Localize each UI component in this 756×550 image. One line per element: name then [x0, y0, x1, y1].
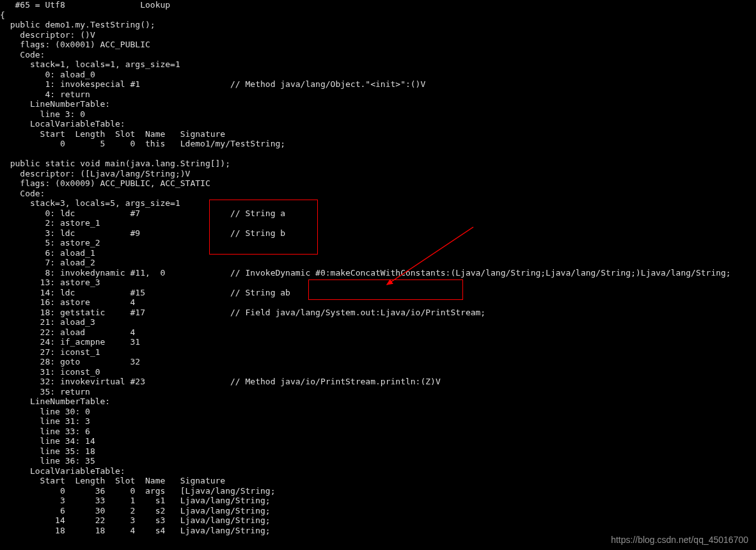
blank-1 [0, 149, 5, 159]
main-b21: 21: aload_3 [0, 317, 95, 327]
main-b27: 27: iconst_1 [0, 347, 100, 357]
const-65: #65 = Utf8 Lookup [0, 0, 170, 10]
ctor-sig: public demo1.my.TestString(); [0, 20, 155, 29]
main-b6: 6: aload_1 [0, 248, 95, 258]
main-ln35: line 35: 18 [0, 446, 95, 456]
main-lv2: 6 30 2 s2 Ljava/lang/String; [0, 506, 271, 515]
main-desc: descriptor: ([Ljava/lang/String;)V [0, 169, 190, 178]
ctor-desc: descriptor: ()V [0, 30, 95, 40]
main-b7: 7: aload_2 [0, 258, 95, 267]
open-brace: { [0, 10, 5, 20]
main-b16: 16: astore 4 [0, 297, 135, 307]
main-lv0: 0 36 0 args [Ljava/lang/String; [0, 486, 275, 496]
main-lnt: LineNumberTable: [0, 397, 110, 406]
main-code: Code: [0, 189, 45, 198]
main-lvh: Start Length Slot Name Signature [0, 476, 225, 485]
main-b14: 14: ldc #15 // String ab [0, 288, 290, 297]
ctor-flags: flags: (0x0001) ACC_PUBLIC [0, 40, 150, 49]
main-b0: 0: ldc #7 // String a [0, 208, 285, 218]
main-b8: 8: invokedynamic #11, 0 // InvokeDynamic… [0, 268, 731, 278]
main-lvt: LocalVariableTable: [0, 466, 125, 476]
main-ln36: line 36: 35 [0, 456, 95, 466]
main-b18: 18: getstatic #17 // Field java/lang/Sys… [0, 308, 485, 317]
main-b28: 28: goto 32 [0, 357, 140, 366]
main-lv4: 18 18 4 s4 Ljava/lang/String; [0, 526, 271, 535]
main-b24: 24: if_acmpne 31 [0, 337, 140, 347]
main-b3: 3: ldc #9 // String b [0, 228, 285, 238]
main-ln33: line 33: 6 [0, 427, 90, 436]
bytecode-listing: #65 = Utf8 Lookup { public demo1.my.Test… [0, 0, 731, 535]
ctor-code: Code: [0, 50, 45, 59]
main-ln34: line 34: 14 [0, 436, 95, 446]
ctor-lvt: LocalVariableTable: [0, 119, 125, 129]
main-flags: flags: (0x0009) ACC_PUBLIC, ACC_STATIC [0, 178, 210, 188]
main-b35: 35: return [0, 387, 90, 397]
main-b32: 32: invokevirtual #23 // Method java/io/… [0, 377, 441, 386]
ctor-ln0: line 3: 0 [0, 109, 85, 119]
main-lv1: 3 33 1 s1 Ljava/lang/String; [0, 496, 271, 505]
ctor-lnt: LineNumberTable: [0, 99, 110, 109]
main-b13: 13: astore_3 [0, 278, 100, 287]
main-sig: public static void main(java.lang.String… [0, 159, 230, 168]
main-ln31: line 31: 3 [0, 416, 90, 426]
main-b2: 2: astore_1 [0, 218, 100, 228]
main-b22: 22: aload 4 [0, 327, 135, 337]
main-ln30: line 30: 0 [0, 407, 90, 416]
watermark-text: https://blog.csdn.net/qq_45016700 [611, 535, 748, 546]
ctor-lvr: 0 5 0 this Ldemo1/my/TestString; [0, 139, 285, 148]
main-b31: 31: iconst_0 [0, 367, 100, 377]
ctor-lvh: Start Length Slot Name Signature [0, 129, 225, 139]
ctor-b4: 4: return [0, 90, 90, 99]
main-lv3: 14 22 3 s3 Ljava/lang/String; [0, 515, 271, 525]
ctor-b0: 0: aload_0 [0, 70, 95, 79]
ctor-b1: 1: invokespecial #1 // Method java/lang/… [0, 79, 425, 89]
ctor-stack: stack=1, locals=1, args_size=1 [0, 59, 180, 69]
main-stack: stack=3, locals=5, args_size=1 [0, 198, 180, 208]
main-b5: 5: astore_2 [0, 238, 100, 248]
